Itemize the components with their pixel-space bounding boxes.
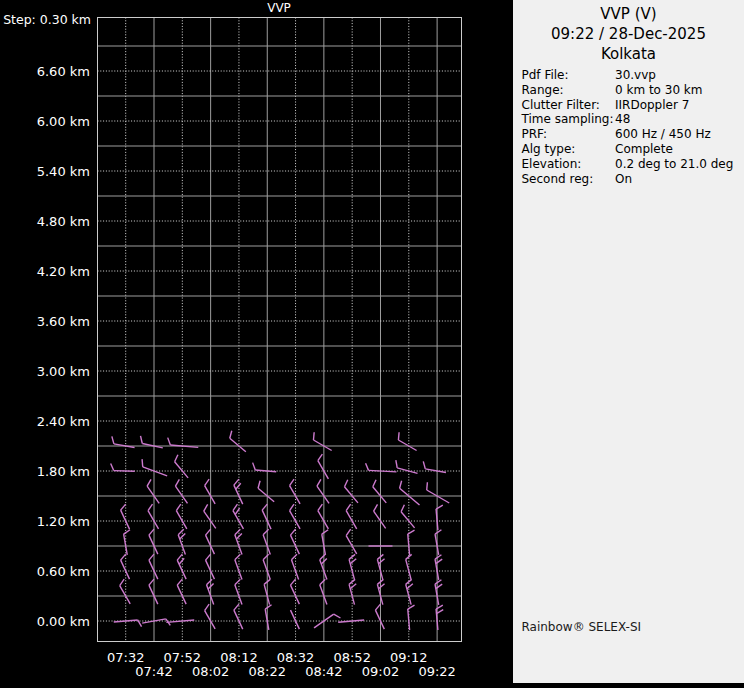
- x-tick-label: 08:02: [192, 664, 229, 679]
- y-tick-label: 0.00 km: [37, 614, 90, 629]
- param-row: Elevation:0.2 deg to 21.0 deg: [522, 157, 734, 172]
- step-label: Step: 0.30 km: [3, 12, 91, 27]
- info-panel: VVP (V) 09:22 / 28-Dec-2025 Kolkata Pdf …: [513, 0, 744, 683]
- param-row: Time sampling:48: [522, 112, 734, 127]
- y-tick-label: 1.80 km: [37, 464, 90, 479]
- param-value: 30.vvp: [615, 68, 656, 83]
- y-tick-label: 3.00 km: [37, 364, 90, 379]
- param-value: 0 km to 30 km: [615, 83, 703, 98]
- param-value: 600 Hz / 450 Hz: [615, 127, 711, 142]
- x-tick-label: 08:12: [220, 650, 257, 665]
- y-tick-label: 6.00 km: [37, 114, 90, 129]
- param-label: Alg type:: [522, 142, 616, 157]
- x-tick-label: 08:52: [333, 650, 370, 665]
- panel-datetime: 09:22 / 28-Dec-2025: [513, 24, 744, 44]
- param-label: Range:: [522, 83, 616, 98]
- param-label: Clutter Filter:: [522, 98, 616, 113]
- y-tick-label: 3.60 km: [37, 314, 90, 329]
- y-tick-label: 6.60 km: [37, 64, 90, 79]
- param-value: On: [615, 172, 632, 187]
- y-tick-label: 5.40 km: [37, 164, 90, 179]
- y-tick-label: 1.20 km: [37, 514, 90, 529]
- param-row: Pdf File:30.vvp: [522, 68, 734, 83]
- param-row: Clutter Filter:IIRDoppler 7: [522, 98, 734, 113]
- panel-station: Kolkata: [513, 44, 744, 64]
- param-row: PRF:600 Hz / 450 Hz: [522, 127, 734, 142]
- param-value: IIRDoppler 7: [615, 98, 689, 113]
- x-tick-label: 09:02: [362, 664, 399, 679]
- x-tick-label: 09:22: [418, 664, 455, 679]
- param-label: Time sampling:: [522, 112, 616, 127]
- param-row: Second reg:On: [522, 172, 734, 187]
- grid-lines: [98, 18, 462, 642]
- wind-profile-chart: 0.00 km0.60 km1.20 km1.80 km2.40 km3.00 …: [0, 0, 513, 688]
- x-tick-label: 08:42: [305, 664, 342, 679]
- param-value: Complete: [615, 142, 673, 157]
- x-tick-label: 08:32: [277, 650, 314, 665]
- x-tick-label: 07:42: [135, 664, 172, 679]
- x-tick-label: 08:22: [249, 664, 286, 679]
- param-list: Pdf File:30.vvpRange:0 km to 30 kmClutte…: [522, 68, 734, 186]
- y-tick-label: 4.80 km: [37, 214, 90, 229]
- x-tick-label: 09:12: [390, 650, 427, 665]
- x-tick-label: 07:32: [107, 650, 144, 665]
- param-label: Second reg:: [522, 172, 616, 187]
- param-label: Pdf File:: [522, 68, 616, 83]
- x-tick-label: 07:52: [164, 650, 201, 665]
- y-tick-label: 0.60 km: [37, 564, 90, 579]
- param-value: 0.2 deg to 21.0 deg: [615, 157, 733, 172]
- wind-barbs: [111, 431, 450, 630]
- y-axis-labels: 0.00 km0.60 km1.20 km1.80 km2.40 km3.00 …: [37, 64, 90, 629]
- param-label: Elevation:: [522, 157, 616, 172]
- x-axis-labels: 07:3207:4207:5208:0208:1208:2208:3208:42…: [107, 650, 456, 680]
- y-tick-label: 4.20 km: [37, 264, 90, 279]
- brand-footer: Rainbow® SELEX-SI: [522, 620, 642, 634]
- param-label: PRF:: [522, 127, 616, 142]
- plot-title: VVP: [267, 1, 291, 15]
- param-value: 48: [615, 112, 630, 127]
- param-row: Range:0 km to 30 km: [522, 83, 734, 98]
- y-tick-label: 2.40 km: [37, 414, 90, 429]
- param-row: Alg type:Complete: [522, 142, 734, 157]
- panel-title: VVP (V): [513, 4, 744, 24]
